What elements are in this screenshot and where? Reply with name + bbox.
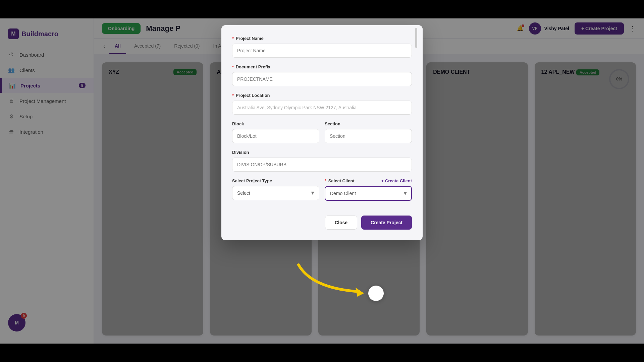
block-label: Block [232, 121, 319, 126]
section-group: Section [325, 121, 412, 143]
create-project-modal: * Project Name * Document Prefix * Proje… [221, 25, 423, 240]
select-client-label: * Select Client [325, 178, 355, 183]
select-client-wrapper: Demo Client ▼ [325, 186, 412, 201]
division-input[interactable] [232, 158, 412, 172]
block-input[interactable] [232, 129, 319, 143]
project-name-group: * Project Name [232, 36, 412, 58]
select-client-group: * Select Client + Create Client Demo Cli… [325, 178, 412, 201]
division-group: Division [232, 150, 412, 172]
division-label: Division [232, 150, 412, 155]
document-prefix-input[interactable] [232, 72, 412, 86]
select-client-label-row: * Select Client + Create Client [325, 178, 412, 183]
block-group: Block [232, 121, 319, 143]
create-project-modal-button[interactable]: Create Project [361, 216, 412, 230]
select-client-select[interactable]: Demo Client [325, 186, 412, 201]
type-client-row: Select Project Type Select ▼ * Select Cl… [232, 178, 412, 207]
close-button[interactable]: Close [325, 216, 357, 230]
modal-overlay: * Project Name * Document Prefix * Proje… [0, 18, 644, 344]
project-name-input[interactable] [232, 44, 412, 58]
modal-footer: Close Create Project [232, 216, 412, 230]
block-section-row: Block Section [232, 121, 412, 150]
project-location-input[interactable] [232, 101, 412, 115]
project-location-group: * Project Location [232, 93, 412, 115]
project-type-label: Select Project Type [232, 178, 319, 183]
project-type-select-wrapper: Select ▼ [232, 186, 319, 200]
project-type-select[interactable]: Select [232, 186, 319, 200]
section-input[interactable] [325, 129, 412, 143]
project-name-label: * Project Name [232, 36, 412, 41]
document-prefix-label: * Document Prefix [232, 64, 412, 69]
scroll-indicator [415, 28, 417, 48]
project-type-group: Select Project Type Select ▼ [232, 178, 319, 201]
project-location-label: * Project Location [232, 93, 412, 98]
section-label: Section [325, 121, 412, 126]
document-prefix-group: * Document Prefix [232, 64, 412, 86]
create-client-link[interactable]: + Create Client [381, 178, 412, 183]
